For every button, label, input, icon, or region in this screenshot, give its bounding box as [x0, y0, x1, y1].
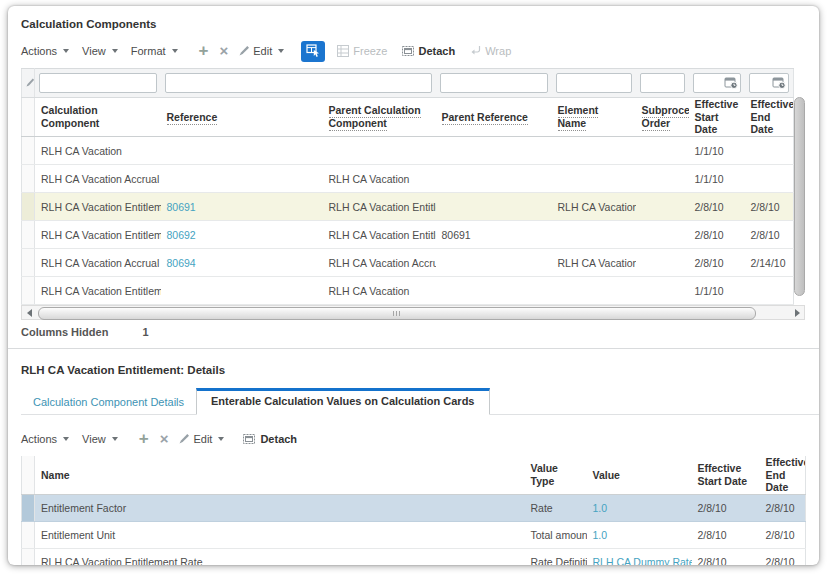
- column-label: Reference: [167, 111, 218, 125]
- column-header-name[interactable]: Name: [35, 456, 525, 494]
- reference-link[interactable]: 80694: [167, 257, 196, 269]
- column-header-reference[interactable]: Reference: [161, 98, 323, 137]
- query-by-example-button[interactable]: [301, 41, 325, 62]
- cell-text: 1/1/10: [695, 285, 724, 297]
- cell-text: 2/8/10: [695, 229, 724, 241]
- row-header-cell[interactable]: [22, 137, 35, 165]
- row-header-cell[interactable]: [22, 193, 35, 221]
- components-table-row[interactable]: RLH CA Vacation1/1/10: [22, 137, 794, 165]
- components-table-row[interactable]: RLH CA Vacation Entitlement SummaryRLH C…: [22, 277, 794, 305]
- horizontal-scrollbar[interactable]: [21, 305, 805, 320]
- row-header-cell[interactable]: [22, 521, 35, 548]
- cell-reference: [161, 277, 323, 305]
- column-header-value[interactable]: Value: [587, 456, 692, 494]
- values-table-row[interactable]: Entitlement FactorRate1.02/8/102/8/10: [22, 494, 806, 521]
- filter-subprocessing-order[interactable]: [640, 73, 685, 93]
- column-header-parent_reference[interactable]: Parent Reference: [436, 98, 552, 137]
- delete-row-button[interactable]: ×: [160, 432, 169, 446]
- edit-menu[interactable]: Edit: [239, 45, 284, 58]
- components-table-region: Calculation ComponentReferenceParent Cal…: [21, 68, 805, 320]
- column-header-element_name[interactable]: Element Name: [552, 98, 636, 137]
- chevron-down-icon: [172, 49, 178, 53]
- wrap-icon: [469, 45, 481, 57]
- cell-effective_start_date: 2/8/10: [689, 221, 745, 249]
- date-picker-icon[interactable]: [724, 77, 738, 90]
- add-row-button[interactable]: +: [199, 44, 209, 58]
- cell-text: Entitlement Factor: [41, 502, 126, 514]
- detach-icon: [402, 45, 415, 57]
- reference-link[interactable]: 80692: [167, 229, 196, 241]
- format-menu[interactable]: Format: [131, 45, 178, 57]
- cell-parent_reference: [436, 137, 552, 165]
- filter-element-name[interactable]: [556, 73, 632, 93]
- cell-effective_start_date: 1/1/10: [689, 165, 745, 193]
- filter-calculation-component[interactable]: [39, 73, 157, 93]
- cell-text: RLH CA Vacation Entitlement: [329, 229, 436, 241]
- detach-button[interactable]: Detach: [402, 45, 456, 57]
- row-header-cell[interactable]: [22, 277, 35, 305]
- cell-effective_end_date: 2/8/10: [745, 221, 794, 249]
- row-header-cell[interactable]: [22, 494, 35, 521]
- actions-menu[interactable]: Actions: [21, 45, 69, 57]
- reference-link[interactable]: 80691: [167, 201, 196, 213]
- cell-value: 1.0: [587, 494, 692, 521]
- components-table-row[interactable]: RLH CA Vacation Entitlement Date80692RLH…: [22, 221, 794, 249]
- value-link[interactable]: 1.0: [593, 502, 608, 514]
- scroll-right-arrow-icon[interactable]: [790, 306, 804, 319]
- column-header-parent_calculation_component[interactable]: Parent Calculation Component: [323, 98, 436, 137]
- cell-reference: 80691: [161, 193, 323, 221]
- cell-parent_calculation_component: RLH CA Vacation Accrual Summary: [323, 249, 436, 277]
- add-row-button[interactable]: +: [139, 432, 149, 446]
- scrollbar-track[interactable]: [36, 306, 790, 319]
- column-header-effective_start_date[interactable]: Effective Start Date: [692, 456, 760, 494]
- cell-reference: 80694: [161, 249, 323, 277]
- actions-menu[interactable]: Actions: [21, 433, 69, 445]
- cell-text: 2/8/10: [766, 529, 795, 541]
- column-header-effective_start_date[interactable]: Effective Start Date: [689, 98, 745, 137]
- column-header-subprocessing_order[interactable]: Subprocessing Order: [636, 98, 689, 137]
- tab-calculation-component-details[interactable]: Calculation Component Details: [21, 389, 196, 414]
- vertical-scrollbar[interactable]: [794, 97, 805, 296]
- values-table-row[interactable]: Entitlement UnitTotal amount1.02/8/102/8…: [22, 521, 806, 548]
- cell-text: 2/14/10: [751, 257, 786, 269]
- tab-enterable-calculation-values[interactable]: Enterable Calculation Values on Calculat…: [196, 388, 489, 415]
- row-header-cell[interactable]: [22, 221, 35, 249]
- cell-text: RLH CA Vacation Entitlement Summary: [329, 201, 436, 213]
- column-label: Effective Start Date: [698, 462, 748, 487]
- value-link[interactable]: RLH CA Dummy Rate Abs: [593, 556, 692, 565]
- edit-menu[interactable]: Edit: [179, 433, 224, 446]
- components-table-row[interactable]: RLH CA Vacation Accrual SummaryRLH CA Va…: [22, 165, 794, 193]
- column-label: Name: [41, 469, 70, 481]
- components-table-row[interactable]: RLH CA Vacation Entitlement80691RLH CA V…: [22, 193, 794, 221]
- filter-parent-reference[interactable]: [440, 73, 548, 93]
- view-menu[interactable]: View: [82, 45, 118, 57]
- scroll-left-arrow-icon[interactable]: [22, 306, 36, 319]
- date-picker-icon[interactable]: [772, 77, 786, 90]
- filter-row: [22, 69, 794, 98]
- column-header-value_type[interactable]: Value Type: [525, 456, 587, 494]
- cell-subprocessing_order: [636, 137, 689, 165]
- value-link[interactable]: 1.0: [593, 529, 608, 541]
- scrollbar-thumb[interactable]: [38, 307, 756, 320]
- values-table-row[interactable]: RLH CA Vacation Entitlement RateRate Def…: [22, 548, 806, 565]
- row-header-cell[interactable]: [22, 548, 35, 565]
- row-header-cell[interactable]: [22, 165, 35, 193]
- filter-table-icon: [306, 44, 320, 58]
- filter-reference[interactable]: [165, 73, 432, 93]
- column-header-effective_end_date[interactable]: Effective End Date: [760, 456, 806, 494]
- column-header-effective_end_date[interactable]: Effective End Date: [745, 98, 794, 137]
- view-menu[interactable]: View: [82, 433, 118, 445]
- actions-menu-label: Actions: [21, 45, 57, 57]
- view-menu-label: View: [82, 45, 106, 57]
- delete-row-button[interactable]: ×: [220, 44, 229, 58]
- components-table-row[interactable]: RLH CA Vacation Accrual80694RLH CA Vacat…: [22, 249, 794, 277]
- row-header-cell[interactable]: [22, 249, 35, 277]
- detach-icon: [243, 433, 256, 445]
- detach-button[interactable]: Detach: [243, 433, 297, 445]
- cell-text: Entitlement Unit: [41, 529, 115, 541]
- cell-value_type: Rate: [525, 494, 587, 521]
- column-header-calculation_component[interactable]: Calculation Component: [35, 98, 161, 137]
- wrap-button: Wrap: [469, 45, 511, 57]
- cell-text: 2/8/10: [698, 502, 727, 514]
- cell-element_name: RLH CA Vacation Entitlement: [552, 193, 636, 221]
